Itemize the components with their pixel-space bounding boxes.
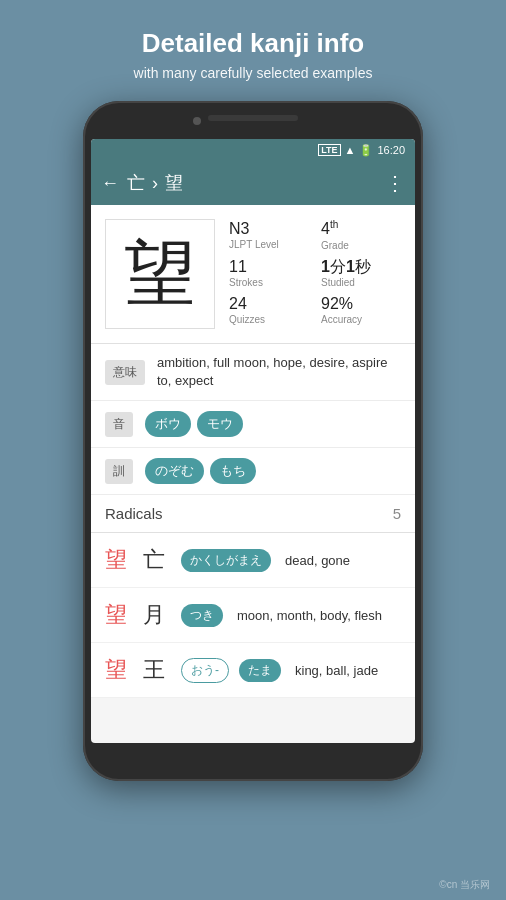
content-area: 望 N3 JLPT Level 4th Grade 11 Stro bbox=[91, 205, 415, 698]
stat-studied: 1分1秒 Studied bbox=[321, 257, 401, 288]
status-time: 16:20 bbox=[377, 144, 405, 156]
status-bar: LTE ▲ 🔋 16:20 bbox=[91, 139, 415, 161]
stat-jlpt-label: JLPT Level bbox=[229, 239, 279, 250]
stat-accuracy-label: Accuracy bbox=[321, 314, 362, 325]
phone-screen: LTE ▲ 🔋 16:20 ← 亡 › 望 ⋮ 望 N3 bbox=[91, 139, 415, 743]
stat-studied-label: Studied bbox=[321, 277, 355, 288]
promo-header: Detailed kanji info with many carefully … bbox=[114, 0, 393, 97]
radical-meaning-3: king, ball, jade bbox=[295, 663, 378, 678]
meanings-row: 意味 ambition, full moon, hope, desire, as… bbox=[91, 344, 415, 401]
kun-chip-2[interactable]: もち bbox=[210, 458, 256, 484]
radical-chip-2[interactable]: つき bbox=[181, 604, 223, 627]
kun-chip-1[interactable]: のぞむ bbox=[145, 458, 204, 484]
promo-title: Detailed kanji info bbox=[134, 28, 373, 59]
radical-char-2: 月 bbox=[143, 600, 171, 630]
stat-studied-value: 1分1秒 bbox=[321, 257, 371, 276]
breadcrumb: 亡 › 望 bbox=[127, 171, 385, 195]
stat-jlpt-value: N3 bbox=[229, 219, 249, 238]
watermark: ©cn 当乐网 bbox=[439, 878, 490, 892]
back-button[interactable]: ← bbox=[101, 173, 119, 194]
radical-meaning-1: dead, gone bbox=[285, 553, 350, 568]
radical-row-3: 望 王 おう- たま king, ball, jade bbox=[91, 643, 415, 698]
radical-kanji-2: 望 bbox=[105, 600, 133, 630]
promo-subtitle: with many carefully selected examples bbox=[134, 65, 373, 81]
kun-readings-label: 訓 bbox=[105, 459, 133, 484]
on-reading-chips: ボウ モウ bbox=[145, 411, 243, 437]
radical-meaning-2: moon, month, body, flesh bbox=[237, 608, 382, 623]
radical-row-2: 望 月 つき moon, month, body, flesh bbox=[91, 588, 415, 643]
radical-row-1: 望 亡 かくしがまえ dead, gone bbox=[91, 533, 415, 588]
phone-mockup: LTE ▲ 🔋 16:20 ← 亡 › 望 ⋮ 望 N3 bbox=[83, 101, 423, 781]
on-chip-2[interactable]: モウ bbox=[197, 411, 243, 437]
radical-chip-1[interactable]: かくしがまえ bbox=[181, 549, 271, 572]
radical-chip-prefix-3[interactable]: おう- bbox=[181, 658, 229, 683]
stat-grade: 4th Grade bbox=[321, 219, 401, 251]
stat-jlpt: N3 JLPT Level bbox=[229, 219, 309, 251]
on-readings-label: 音 bbox=[105, 412, 133, 437]
radical-char-3: 王 bbox=[143, 655, 171, 685]
stat-quizzes-value: 24 bbox=[229, 294, 247, 313]
stat-strokes-label: Strokes bbox=[229, 277, 263, 288]
stat-quizzes-label: Quizzes bbox=[229, 314, 265, 325]
stat-quizzes: 24 Quizzes bbox=[229, 294, 309, 325]
on-readings-row: 音 ボウ モウ bbox=[91, 401, 415, 448]
signal-icon: ▲ bbox=[345, 144, 356, 156]
stat-strokes: 11 Strokes bbox=[229, 257, 309, 288]
lte-icon: LTE bbox=[318, 144, 340, 156]
stat-grade-value: 4th bbox=[321, 219, 338, 239]
radical-char-1: 亡 bbox=[143, 545, 171, 575]
app-bar: ← 亡 › 望 ⋮ bbox=[91, 161, 415, 205]
meanings-label: 意味 bbox=[105, 360, 145, 385]
meanings-text: ambition, full moon, hope, desire, aspir… bbox=[157, 354, 401, 390]
status-icons: LTE ▲ 🔋 16:20 bbox=[318, 144, 405, 157]
radicals-header: Radicals 5 bbox=[91, 495, 415, 533]
stat-grade-label: Grade bbox=[321, 240, 349, 251]
on-chip-1[interactable]: ボウ bbox=[145, 411, 191, 437]
kanji-image-box: 望 bbox=[105, 219, 215, 329]
radical-kanji-1: 望 bbox=[105, 545, 133, 575]
kun-reading-chips: のぞむ もち bbox=[145, 458, 256, 484]
battery-icon: 🔋 bbox=[359, 144, 373, 157]
kanji-character: 望 bbox=[124, 238, 196, 310]
radical-kanji-3: 望 bbox=[105, 655, 133, 685]
more-options-button[interactable]: ⋮ bbox=[385, 171, 405, 195]
radicals-count: 5 bbox=[393, 505, 401, 522]
stat-accuracy: 92% Accuracy bbox=[321, 294, 401, 325]
kanji-stats: N3 JLPT Level 4th Grade 11 Strokes 1分1秒 bbox=[229, 219, 401, 329]
radical-chip-3[interactable]: たま bbox=[239, 659, 281, 682]
stat-strokes-value: 11 bbox=[229, 257, 247, 276]
stat-accuracy-value: 92% bbox=[321, 294, 353, 313]
radicals-title: Radicals bbox=[105, 505, 163, 522]
kun-readings-row: 訓 のぞむ もち bbox=[91, 448, 415, 495]
kanji-card: 望 N3 JLPT Level 4th Grade 11 Stro bbox=[91, 205, 415, 344]
